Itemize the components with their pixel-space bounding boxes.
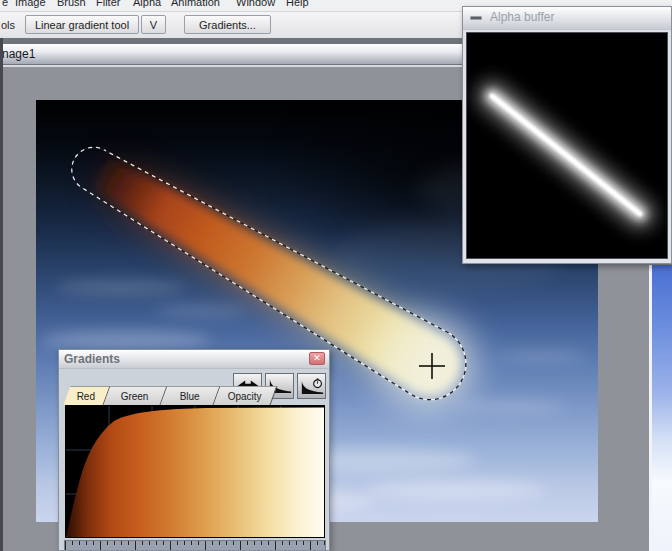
menu-item-brush[interactable]: Brush (57, 0, 86, 8)
alpha-buffer-title: Alpha buffer (490, 10, 555, 24)
timed-falloff-icon (300, 378, 324, 395)
gradients-dialog: Gradients ✕ Red Green Blue Opacity (58, 349, 330, 551)
gradients-title: Gradients (64, 352, 120, 366)
collapse-dash-icon[interactable] (470, 16, 482, 20)
menu-item-image[interactable]: Image (15, 0, 46, 8)
background-window-sliver (649, 265, 672, 551)
tab-blue[interactable]: Blue (161, 386, 221, 405)
tab-opacity[interactable]: Opacity (214, 386, 278, 405)
curve-fill (66, 408, 324, 538)
tool-selector-button[interactable]: Linear gradient tool (25, 15, 139, 34)
alpha-buffer-window: Alpha buffer (462, 6, 672, 264)
tool-dropdown-button[interactable]: V (141, 15, 166, 34)
timed-falloff-button[interactable] (297, 373, 326, 399)
menu-item-filter[interactable]: Filter (96, 0, 120, 8)
gradient-curve-editor[interactable] (65, 405, 325, 538)
tab-green[interactable]: Green (104, 386, 168, 405)
alpha-buffer-canvas[interactable] (466, 32, 668, 259)
toolbar-partial-label: ols (1, 19, 15, 31)
menu-item-window[interactable]: Window (236, 0, 275, 8)
menu-item-animation[interactable]: Animation (171, 0, 220, 8)
menu-item-alpha[interactable]: Alpha (133, 0, 161, 8)
image-window-title: nage1 (2, 47, 35, 61)
red-channel-curve (66, 406, 324, 537)
gradients-open-button[interactable]: Gradients... (184, 15, 271, 34)
close-icon[interactable]: ✕ (309, 352, 325, 365)
stroke-end-glow (375, 310, 479, 414)
gradients-titlebar[interactable]: Gradients ✕ (59, 350, 329, 369)
left-panel-edge (0, 38, 3, 551)
channel-tabs: Red Green Blue Opacity (67, 386, 274, 405)
alpha-stroke (467, 33, 668, 259)
curve-ruler[interactable] (64, 540, 326, 551)
menu-item-partial[interactable]: e (2, 0, 8, 8)
alpha-buffer-titlebar[interactable]: Alpha buffer (463, 7, 671, 30)
menu-item-help[interactable]: Help (286, 0, 309, 8)
